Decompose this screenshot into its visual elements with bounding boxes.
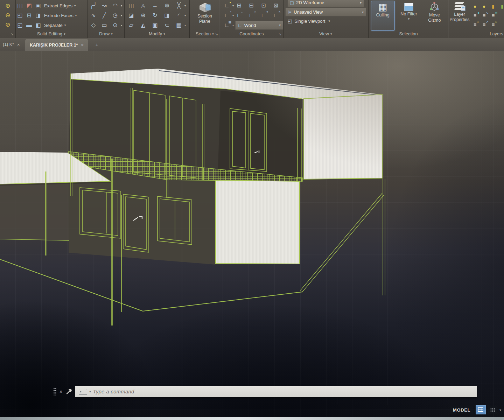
snap-mode-toggle[interactable]	[488, 406, 497, 414]
chevron-down-icon[interactable]: ▾	[89, 390, 91, 393]
circle-icon[interactable]: ◷▾	[111, 11, 120, 20]
chevron-down-icon[interactable]: ▾	[499, 408, 501, 412]
layer-on-icon[interactable]: ●	[471, 2, 479, 10]
chevron-down-icon[interactable]: ▾	[360, 1, 362, 5]
modify-panel-label[interactable]: Modify▾	[125, 31, 189, 36]
subtract-pair-icon[interactable]: ◰	[15, 11, 24, 20]
explode-icon[interactable]: ◫	[127, 1, 136, 10]
chevron-down-icon[interactable]: ▾	[362, 10, 364, 14]
close-icon[interactable]: ×	[59, 389, 62, 394]
dialog-launcher-icon[interactable]: ↘	[215, 32, 218, 36]
3d-array-icon[interactable]: ⊕	[139, 11, 148, 20]
trim-icon[interactable]: ╳▾	[174, 1, 183, 10]
extrude-faces-icon[interactable]: ◨	[34, 11, 43, 20]
solid-union-icon[interactable]: ⊕	[3, 1, 12, 10]
ground-outline[interactable]	[0, 259, 302, 311]
ucs-selector[interactable]: ∟ World ▾	[235, 21, 283, 30]
polygon-icon[interactable]: ◇	[89, 21, 98, 30]
visual-style-selector[interactable]: ▢ 2D Wireframe ▾	[287, 0, 364, 7]
dialog-launcher-icon[interactable]: ↘	[11, 32, 14, 36]
polyline-icon[interactable]: ╭╯	[89, 1, 98, 10]
extrude-faces-button[interactable]: Extrude Faces▾	[43, 11, 78, 20]
coordinates-panel-label[interactable]: Coordinates	[220, 31, 283, 36]
layer-properties-button[interactable]: Layer Properties	[449, 1, 470, 29]
chevron-down-icon[interactable]: ▾	[74, 4, 76, 7]
command-input[interactable]: >_ ▾ Type a command	[75, 386, 477, 397]
ucs-previous-icon[interactable]: ∟←	[234, 11, 244, 20]
rotate-icon[interactable]: ↻	[150, 11, 160, 20]
3d-polyline-icon[interactable]: ↝	[100, 1, 109, 10]
right-brace-structure[interactable]	[300, 179, 385, 295]
dock-grip-handle[interactable]	[53, 388, 57, 396]
fillet-icon-dropdown[interactable]: ▾	[184, 14, 186, 17]
solid-editing-panel-label[interactable]: Solid Editing▾	[15, 31, 87, 36]
layer-off-icon[interactable]: ≡●	[471, 12, 479, 19]
viewport-configuration-button[interactable]: ◰ Single viewport ▾	[285, 16, 366, 26]
layers-panel-label[interactable]: Layers	[449, 31, 504, 36]
ucs-2point-icon[interactable]: ∟2	[259, 11, 268, 20]
ucs-3point-icon[interactable]: ∟3	[271, 11, 280, 20]
no-filter-button[interactable]: No Filter ▾	[397, 1, 420, 31]
ucs-named-icon[interactable]: ⊞	[234, 1, 244, 10]
move-icon[interactable]: ↔	[150, 1, 160, 10]
chevron-down-icon[interactable]: ▾	[279, 23, 281, 27]
3d-house-model[interactable]	[0, 51, 504, 420]
rectangle-icon[interactable]: ▭	[100, 21, 109, 30]
union-pair-icon[interactable]: ◫	[15, 1, 24, 10]
layer-unisolate-icon[interactable]: ≡↗	[480, 21, 488, 28]
ucs-world-icon[interactable]: ∟▦▾	[222, 21, 231, 30]
draw-panel-label[interactable]: Draw▾	[88, 31, 124, 36]
layer-isolate-icon[interactable]: ≡↘	[480, 12, 488, 19]
trim-icon-dropdown[interactable]: ▾	[184, 4, 186, 7]
chevron-down-icon[interactable]: ▾	[64, 23, 66, 27]
ucs-dynamic-icon-dropdown[interactable]: ▾	[232, 4, 234, 7]
layer-thaw-icon[interactable]: ≡☼	[489, 21, 497, 28]
layer-bright-icon[interactable]: ●	[480, 2, 488, 10]
tab-karisik-projeler[interactable]: KARIŞIK PROJELER 1* ×	[25, 39, 88, 51]
fillet-icon[interactable]: ◜▾	[174, 11, 183, 20]
ellipse-icon[interactable]: ⊙▾	[111, 21, 120, 30]
copy-icon[interactable]: ⊗	[162, 1, 172, 10]
arc-icon[interactable]: ◠▾	[111, 1, 120, 10]
model-viewport[interactable]	[0, 51, 504, 420]
upper-floor-wall-dark[interactable]	[218, 91, 302, 179]
separate-icon[interactable]: ◧	[34, 21, 43, 30]
move-gizmo-button[interactable]: Move Gizmo	[423, 1, 446, 31]
imprint-icon[interactable]: ◩	[24, 1, 34, 10]
line-icon[interactable]: ╱	[100, 11, 109, 20]
extract-edges-button[interactable]: Extract Edges▾	[43, 1, 77, 10]
array-icon[interactable]: ▦▾	[174, 21, 183, 30]
ucs-x-icon[interactable]: ∟*▾	[222, 11, 231, 20]
dialog-launcher-icon[interactable]: ↘	[279, 32, 281, 36]
offset-icon[interactable]: ⊂	[162, 21, 172, 30]
ucs-world-icon-dropdown[interactable]: ▾	[232, 24, 234, 27]
layer-lock-icon[interactable]: ▮	[489, 2, 497, 10]
extract-edges-icon[interactable]: ▣	[34, 1, 43, 10]
ucs-dynamic-icon[interactable]: ∟●▾	[222, 1, 231, 10]
3d-align-icon[interactable]: ◬	[139, 1, 148, 10]
section-plane-button[interactable]: Section Plane	[190, 0, 220, 24]
stretch-icon[interactable]: ▣	[150, 21, 160, 30]
separate-button[interactable]: Separate▾	[43, 21, 67, 30]
ucs-z-axis-icon[interactable]: ∟z	[247, 11, 256, 20]
grid-display-toggle[interactable]	[476, 405, 486, 414]
slice-icon[interactable]: ⊟	[24, 11, 34, 20]
close-icon[interactable]: ×	[81, 42, 84, 48]
close-icon[interactable]: ×	[17, 42, 20, 47]
new-tab-button[interactable]: +	[93, 41, 101, 48]
named-view-selector[interactable]: ⊫ Unsaved View ▾	[285, 8, 366, 16]
scale-icon[interactable]: ◭	[139, 21, 148, 30]
chevron-down-icon[interactable]: ▾	[328, 19, 330, 23]
ucs-x-icon-dropdown[interactable]: ▾	[232, 14, 234, 17]
customize-wrench-icon[interactable]	[66, 388, 72, 395]
ucs-object-icon[interactable]: ⊠	[271, 1, 280, 10]
culling-toggle-button[interactable]: ▦ Culling	[371, 1, 395, 31]
erase-icon[interactable]: ▱	[127, 21, 136, 30]
array-icon-dropdown[interactable]: ▾	[184, 24, 186, 27]
thicken-icon[interactable]: ▬	[24, 21, 34, 30]
fillet-edge-icon[interactable]: ◪	[127, 11, 136, 20]
solid-intersect-icon[interactable]: ⊘	[3, 20, 12, 29]
intersect-pair-icon[interactable]: ◱	[15, 21, 24, 30]
ellipse-icon-dropdown[interactable]: ▾	[121, 24, 122, 27]
selection-panel-label[interactable]: Selection	[368, 31, 449, 36]
